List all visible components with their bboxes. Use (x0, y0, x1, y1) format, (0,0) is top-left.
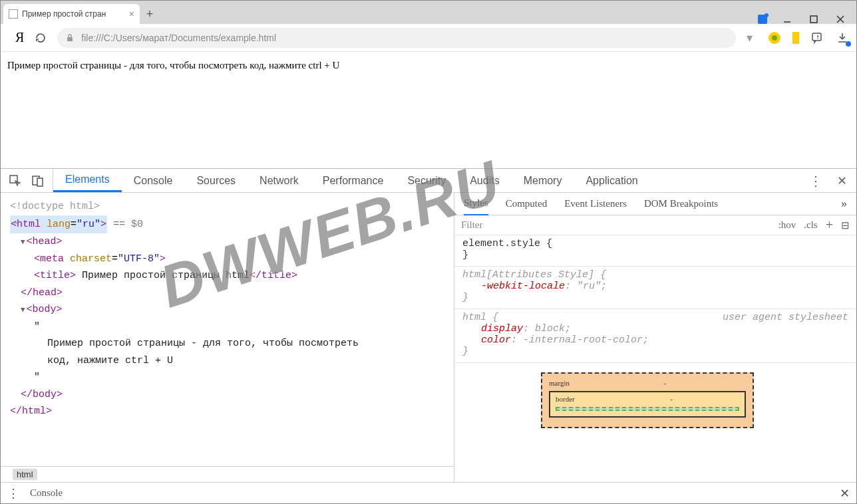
tab-title: Пример простой стран (22, 9, 106, 19)
tab-dom-breakpoints[interactable]: DOM Breakpoints (644, 198, 718, 209)
style-rule[interactable]: user agent stylesheet html { display: bl… (454, 309, 856, 363)
dom-meta[interactable]: <meta charset="UTF-8"> (10, 251, 444, 268)
inspect-element-icon[interactable] (9, 174, 22, 188)
address-bar: Я file:///C:/Users/марат/Documents/examp… (1, 24, 856, 52)
dom-text-node[interactable]: Пример простой страницы - для того, чтоб… (10, 335, 383, 369)
tab-performance[interactable]: Performance (311, 169, 396, 192)
dom-tree[interactable]: <!doctype html> ⋯ <html lang="ru"> == $0… (1, 193, 454, 466)
cls-toggle[interactable]: .cls (804, 219, 817, 231)
devtools-tabbar: Elements Console Sources Network Perform… (1, 169, 856, 193)
tab-event-listeners[interactable]: Event Listeners (564, 198, 627, 209)
more-tabs-icon[interactable]: » (841, 197, 847, 211)
reload-button[interactable] (35, 32, 47, 44)
filter-input[interactable]: Filter (461, 219, 483, 231)
svg-rect-10 (37, 178, 43, 186)
window-maximize-button[interactable] (810, 15, 820, 23)
dom-head-close[interactable]: </head> (21, 287, 63, 299)
new-tab-button[interactable]: + (140, 4, 160, 24)
console-drawer[interactable]: ⋮ Console ✕ (1, 482, 856, 503)
dom-head-open[interactable]: <head> (27, 236, 63, 247)
tab-computed[interactable]: Computed (506, 198, 548, 209)
dom-breadcrumb[interactable]: html (1, 466, 454, 482)
hov-toggle[interactable]: :hov (778, 219, 796, 231)
collapse-icon[interactable]: ▼ (21, 306, 27, 314)
svg-rect-1 (810, 16, 817, 23)
svg-rect-4 (67, 37, 73, 41)
svg-rect-5 (812, 33, 821, 41)
tab-styles[interactable]: Styles (464, 193, 488, 215)
browser-tab[interactable]: Пример простой стран × (3, 4, 140, 24)
tab-memory[interactable]: Memory (512, 169, 574, 192)
console-label: Console (30, 487, 63, 499)
bookmark-icon[interactable]: ▾ (747, 31, 753, 45)
browser-tabstrip: Пример простой стран × + (1, 1, 856, 24)
svg-rect-8 (10, 176, 17, 183)
styles-filter-row: Filter :hov .cls + ⊟ (454, 215, 856, 235)
window-close-button[interactable] (836, 15, 847, 23)
extension-icon[interactable] (792, 32, 799, 44)
selection-marker: == $0 (107, 219, 143, 230)
lock-icon (65, 33, 75, 43)
dom-body-close[interactable]: </body> (21, 389, 63, 400)
dom-html-close[interactable]: </html> (10, 406, 52, 417)
dom-body-open[interactable]: <body> (27, 304, 63, 315)
box-model[interactable]: margin- border- (454, 363, 856, 428)
dom-title[interactable]: <title> Пример простой страницы html</ti… (10, 267, 444, 285)
svg-point-7 (817, 38, 818, 39)
dom-html-element[interactable]: <html lang="ru"> (10, 215, 107, 234)
browser-logo[interactable]: Я (15, 30, 24, 45)
dom-ellipsis-icon: ⋯ (11, 215, 18, 233)
page-icon (9, 9, 18, 19)
extension-indicator-icon[interactable] (758, 15, 767, 24)
style-rule[interactable]: html[Attributes Style] { -webkit-locale:… (454, 267, 856, 309)
feedback-icon[interactable] (811, 31, 824, 45)
collapse-icon[interactable]: ▼ (21, 238, 27, 246)
tab-application[interactable]: Application (574, 169, 649, 192)
close-drawer-icon[interactable]: ✕ (840, 486, 850, 501)
devtools-close-icon[interactable]: ✕ (837, 174, 847, 188)
console-menu-icon[interactable]: ⋮ (7, 486, 19, 501)
page-body-text: Пример простой страницы - для того, чтоб… (7, 60, 339, 70)
tab-console[interactable]: Console (122, 169, 185, 192)
style-rule[interactable]: element.style { } (454, 235, 856, 267)
tab-elements[interactable]: Elements (53, 169, 122, 192)
close-tab-icon[interactable]: × (129, 9, 134, 19)
window-minimize-button[interactable] (783, 15, 794, 23)
downloads-icon[interactable] (836, 32, 848, 44)
tab-network[interactable]: Network (248, 169, 311, 192)
dom-text-node[interactable]: " (10, 369, 444, 386)
dom-text-node[interactable]: " (10, 318, 444, 336)
page-content: Пример простой страницы - для того, чтоб… (1, 52, 856, 168)
devtools-menu-icon[interactable]: ⋮ (809, 173, 822, 189)
tab-security[interactable]: Security (395, 169, 458, 192)
breadcrumb-item[interactable]: html (13, 469, 37, 480)
styles-pane: Styles Computed Event Listeners DOM Brea… (454, 193, 856, 482)
tab-audits[interactable]: Audits (458, 169, 511, 192)
devtools-panel: Elements Console Sources Network Perform… (1, 168, 856, 503)
device-toolbar-icon[interactable] (31, 174, 45, 188)
new-rule-icon[interactable]: + (826, 217, 833, 233)
styles-menu-icon[interactable]: ⊟ (841, 219, 850, 231)
address-text: file:///C:/Users/марат/Documents/example… (81, 33, 276, 43)
dom-doctype[interactable]: <!doctype html> (10, 198, 444, 215)
tab-sources[interactable]: Sources (184, 169, 248, 192)
address-input[interactable]: file:///C:/Users/марат/Documents/example… (57, 28, 736, 48)
ua-stylesheet-label: user agent stylesheet (723, 312, 848, 323)
extension-icon[interactable] (769, 32, 780, 44)
styles-tabbar: Styles Computed Event Listeners DOM Brea… (454, 193, 856, 215)
